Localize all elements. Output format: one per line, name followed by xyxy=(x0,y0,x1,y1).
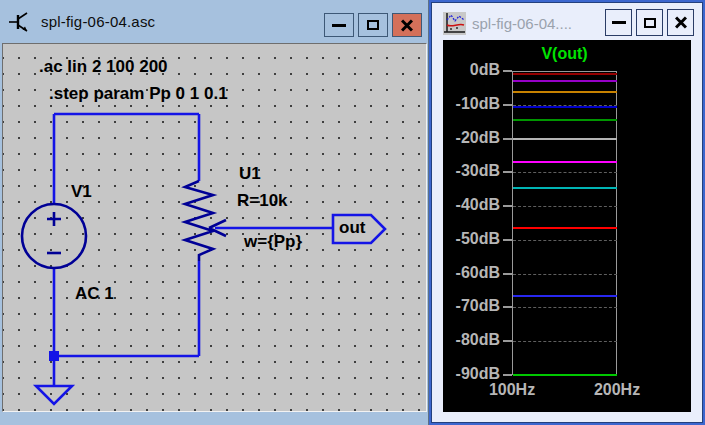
y-axis-tick xyxy=(503,171,512,173)
y-axis-label: -10dB xyxy=(443,95,500,113)
y-axis-label: -60dB xyxy=(443,264,500,282)
y-axis-tick xyxy=(503,70,512,72)
y-gridline xyxy=(513,206,617,207)
trace-run-6[interactable] xyxy=(513,138,617,140)
y-gridline xyxy=(513,341,617,342)
y-axis-label: -30dB xyxy=(443,162,500,180)
y-axis-tick xyxy=(503,239,512,241)
y-axis-tick xyxy=(503,340,512,342)
trace-run-3[interactable] xyxy=(513,227,617,229)
y-axis-tick xyxy=(503,374,512,376)
maximize-button[interactable] xyxy=(358,13,388,37)
transistor-icon xyxy=(7,9,33,35)
schematic-titlebar[interactable]: spl-fig-06-04.asc xyxy=(0,0,428,43)
y-gridline xyxy=(513,240,617,241)
close-button[interactable] xyxy=(392,13,422,37)
x-axis-label: 100Hz xyxy=(481,381,543,399)
v1-ref-label[interactable]: V1 xyxy=(71,182,92,202)
trace-run-5[interactable] xyxy=(513,161,617,163)
close-icon xyxy=(674,16,688,30)
u1-wiper-label[interactable]: w={Pp} xyxy=(244,232,302,252)
waveform-window-title: spl-fig-06-04.... xyxy=(472,15,572,32)
trace-run-11[interactable] xyxy=(513,73,617,75)
y-axis-label: -20dB xyxy=(443,129,500,147)
y-gridline xyxy=(513,307,617,308)
close-icon xyxy=(400,18,414,32)
ltspice-workspace: spl-fig-06-04.asc xyxy=(0,0,705,425)
y-axis-label: 0dB xyxy=(443,61,500,79)
directive-ac[interactable]: .ac lin 2 100 200 xyxy=(39,57,168,77)
minimize-button[interactable] xyxy=(605,9,632,36)
trace-run-10[interactable] xyxy=(513,80,617,82)
x-axis-label: 200Hz xyxy=(586,381,648,399)
waveform-titlebar[interactable]: spl-fig-06-04.... xyxy=(434,5,700,41)
y-axis-label: -40dB xyxy=(443,196,500,214)
u1-ref-label[interactable]: U1 xyxy=(239,164,261,184)
maximize-icon xyxy=(644,18,656,28)
out-net-label[interactable]: out xyxy=(339,218,365,238)
y-axis-label: -50dB xyxy=(443,230,500,248)
y-gridline xyxy=(513,172,617,173)
trace-run-4[interactable] xyxy=(513,187,617,189)
u1-resistance-label[interactable]: R=10k xyxy=(237,191,288,211)
directive-step[interactable]: .step param Pp 0 1 0.1 xyxy=(49,84,228,104)
wire-junction xyxy=(49,351,59,361)
waveform-icon xyxy=(443,12,466,35)
maximize-icon xyxy=(367,20,379,30)
y-axis-label: -80dB xyxy=(443,331,500,349)
trace-run-8[interactable] xyxy=(513,106,617,108)
ground-symbol[interactable] xyxy=(36,386,72,404)
schematic-window-title: spl-fig-06-04.asc xyxy=(41,13,155,30)
schematic-window: spl-fig-06-04.asc xyxy=(0,0,429,425)
y-axis-tick xyxy=(503,273,512,275)
trace-run-1[interactable] xyxy=(513,374,617,376)
close-button[interactable] xyxy=(667,9,694,36)
trace-run-2[interactable] xyxy=(513,295,617,297)
minimize-button[interactable] xyxy=(324,13,354,37)
maximize-button[interactable] xyxy=(636,9,663,36)
y-axis-tick xyxy=(503,138,512,140)
y-axis-tick xyxy=(503,205,512,207)
trace-run-7[interactable] xyxy=(513,119,617,121)
plot-trace-title[interactable]: V(out) xyxy=(512,45,617,63)
y-axis-tick xyxy=(503,306,512,308)
schematic-canvas[interactable]: .ac lin 2 100 200 .step param Pp 0 1 0.1… xyxy=(2,43,427,412)
y-gridline xyxy=(513,274,617,275)
minimize-icon xyxy=(612,21,626,24)
waveform-window: spl-fig-06-04.... V(out) 0dB-10dB-20dB-3… xyxy=(429,0,705,425)
plot-box xyxy=(512,71,617,375)
y-axis-label: -70dB xyxy=(443,297,500,315)
v1-value-label[interactable]: AC 1 xyxy=(75,284,114,304)
potentiometer-symbol[interactable] xyxy=(185,181,226,261)
minimize-icon xyxy=(332,24,346,27)
trace-run-9[interactable] xyxy=(513,91,617,93)
waveform-plot-pane[interactable]: V(out) 0dB-10dB-20dB-30dB-40dB-50dB-60dB… xyxy=(443,40,691,412)
y-axis-tick xyxy=(503,104,512,106)
voltage-source-symbol[interactable] xyxy=(22,204,86,268)
